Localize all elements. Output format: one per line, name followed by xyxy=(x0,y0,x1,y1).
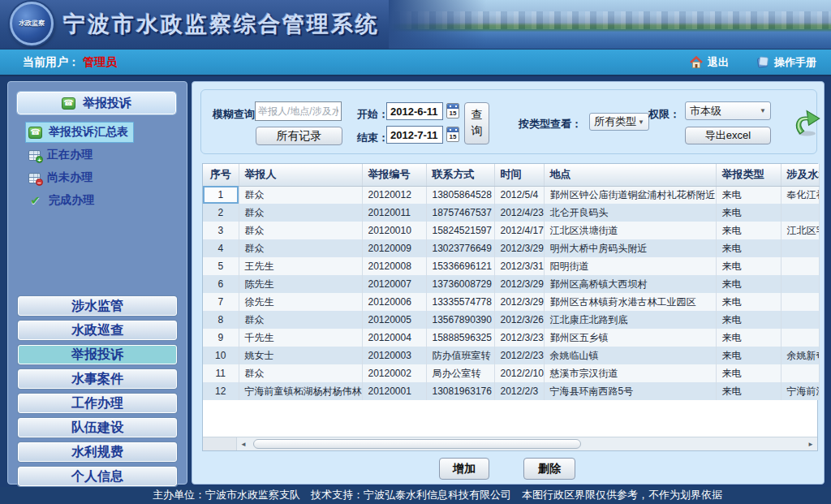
scroll-left-arrow[interactable]: ◄ xyxy=(237,437,250,450)
table-cell: 宁海前童镇柘湖杨村杨伟林 xyxy=(239,382,362,400)
manual-button[interactable]: 操作手册 xyxy=(756,55,816,70)
start-calendar-icon[interactable]: 15 xyxy=(446,103,459,118)
column-header[interactable]: 地点 xyxy=(544,164,716,186)
table-row[interactable]: 1群众20120012138058645282012/5/4鄞州区钟公庙街道铜盆… xyxy=(203,186,819,204)
column-header[interactable]: 举报人 xyxy=(239,164,362,186)
table-cell: 群众 xyxy=(239,239,362,257)
sidebar-section-report-complaint[interactable]: ☎ 举报投诉 xyxy=(17,92,176,114)
table-row[interactable]: 5王先生20120008153366961212012/3/31阳明街道来电 xyxy=(203,257,819,275)
table-row[interactable]: 7徐先生20120006133355747782012/3/29鄞州区古林镇葑水… xyxy=(203,293,819,311)
table-row[interactable]: 6陈先生20120007137360087292012/3/29鄞州区高桥镇大西… xyxy=(203,275,819,293)
table-row[interactable]: 10姚女士20120003防办值班室转2012/2/23余姚临山镇来电余姚新奄 xyxy=(203,347,819,364)
table-cell: 局办公室转 xyxy=(426,364,494,382)
start-date-input[interactable] xyxy=(386,102,443,120)
table-cell: 18757467537 xyxy=(426,204,494,222)
logout-button[interactable]: 退出 xyxy=(690,55,729,70)
column-header[interactable]: 举报类型 xyxy=(716,164,781,186)
sidebar-menu-report-complaint[interactable]: 举报投诉 xyxy=(18,345,177,364)
table-cell: 20120007 xyxy=(362,275,426,293)
calendar-day: 15 xyxy=(447,109,459,118)
manual-book-icon xyxy=(756,56,769,68)
table-cell: 来电 xyxy=(716,275,781,293)
add-button[interactable]: 增加 xyxy=(439,458,489,480)
column-header[interactable]: 联系方式 xyxy=(426,164,494,186)
report-table: 序号举报人举报编号联系方式时间地点举报类型涉及水域 1群众20120012138… xyxy=(202,163,818,451)
city-photo xyxy=(389,0,831,49)
delete-button[interactable]: 删除 xyxy=(523,458,575,480)
table-cell: 鄞州区古林镇葑水港古林工业园区 xyxy=(544,293,716,311)
table-cell: 来电 xyxy=(716,239,781,257)
table-row[interactable]: 2群众20120011187574675372012/4/23北仑开良码头来电 xyxy=(203,204,819,222)
table-cell: 2012/2/10 xyxy=(494,364,544,382)
table-cell: 2012/4/17 xyxy=(494,222,544,239)
sidebar-subitem-summary-table[interactable]: ☎举报投诉汇总表 xyxy=(26,123,133,142)
sidebar-menu-personal-info[interactable]: 个人信息 xyxy=(18,467,177,486)
table-cell: 10 xyxy=(203,347,239,364)
sidebar-subitem-completed[interactable]: ✔完成办理 xyxy=(26,191,99,210)
sidebar-menu-water-patrol[interactable]: 水政巡查 xyxy=(18,321,177,340)
horizontal-scrollbar[interactable]: ◄ ► xyxy=(203,437,817,450)
scroll-right-arrow[interactable]: ► xyxy=(804,437,817,450)
table-row[interactable]: 8群众20120005135678903902012/3/26江北康庄北路到底来… xyxy=(203,311,819,329)
table-cell: 6 xyxy=(203,275,239,293)
page-title: 宁波市水政监察综合管理系统 xyxy=(63,10,380,39)
table-cell: 2012/3/31 xyxy=(494,257,544,275)
scrollbar-thumb[interactable] xyxy=(253,439,581,449)
table-cell: 5 xyxy=(203,257,239,275)
export-excel-button[interactable]: 导出excel xyxy=(685,127,771,144)
scrollbar-track[interactable] xyxy=(250,437,804,450)
table-cell: 北仑开良码头 xyxy=(544,204,716,222)
table-cell: 20120012 xyxy=(362,186,426,204)
table-cell: 群众 xyxy=(239,222,362,239)
table-cell: 13805864528 xyxy=(426,186,494,204)
end-date-input[interactable] xyxy=(386,126,443,144)
table-cell: 群众 xyxy=(239,311,362,329)
table-row[interactable]: 9千先生20120004158885963252012/3/23鄞州区五乡镇来电 xyxy=(203,329,819,347)
sidebar-menu-water-supervision[interactable]: 涉水监管 xyxy=(18,296,177,316)
all-records-button[interactable]: 所有记录 xyxy=(256,127,342,145)
sidebar-subitem-in-progress[interactable]: +正在办理 xyxy=(26,145,97,165)
table-cell: 2012/5/4 xyxy=(494,186,544,204)
table-cell: 2012/4/23 xyxy=(494,204,544,222)
type-select[interactable]: 所有类型 ▼ xyxy=(589,113,649,131)
table-cell: 8 xyxy=(203,311,239,329)
table-row[interactable]: 4群众20120009130237766492012/3/29明州大桥中房码头附… xyxy=(203,239,819,257)
table-cell: 1 xyxy=(203,186,239,204)
sidebar-menu: 涉水监管水政巡查举报投诉水事案件工作办理队伍建设水利规费个人信息 xyxy=(18,296,177,491)
sidebar-subitem-not-processed[interactable]: −尚未办理 xyxy=(26,168,97,187)
refresh-icon[interactable] xyxy=(790,101,821,146)
table-cell: 余姚临山镇 xyxy=(544,347,716,364)
chevron-down-icon: ▼ xyxy=(760,107,766,114)
table-cell: 4 xyxy=(203,239,239,257)
header-banner: 水政监察 宁波市水政监察综合管理系统 xyxy=(0,0,831,49)
sidebar-menu-team-building[interactable]: 队伍建设 xyxy=(18,418,177,437)
table-row[interactable]: 12宁海前童镇柘湖杨村杨伟林20120001130819631762012/2/… xyxy=(203,382,819,400)
table-cell: 阳明街道 xyxy=(544,257,716,275)
manual-label: 操作手册 xyxy=(774,55,816,70)
permission-select[interactable]: 市本级 ▼ xyxy=(685,101,771,120)
sidebar-menu-water-cases[interactable]: 水事案件 xyxy=(18,369,177,389)
filter-panel: 模糊查询： 所有记录 开始： 15 结束： 15 查询 按类型查看： 所有类型 … xyxy=(200,89,817,154)
current-user-label: 当前用户： xyxy=(23,55,80,68)
table-cell: 江北康庄北路到底 xyxy=(544,311,716,329)
column-header[interactable]: 举报编号 xyxy=(362,164,426,186)
table-cell: 江北区洪塘街道 xyxy=(544,222,716,239)
footer-bar: 主办单位：宁波市水政监察支队 技术支持：宁波弘泰水利信息科技有限公司 本图行政区… xyxy=(0,487,831,504)
table-cell: 20120008 xyxy=(362,257,426,275)
fuzzy-query-input[interactable] xyxy=(255,101,342,121)
table-cell: 15888596325 xyxy=(426,329,494,347)
column-header[interactable]: 序号 xyxy=(203,164,239,186)
main-panel: 模糊查询： 所有记录 开始： 15 结束： 15 查询 按类型查看： 所有类型 … xyxy=(192,81,825,485)
current-user: 当前用户：管理员 xyxy=(23,55,117,70)
sidebar-menu-water-fees[interactable]: 水利规费 xyxy=(18,442,177,462)
table-row[interactable]: 11群众20120002局办公室转2012/2/10慈溪市宗汉街道来电 xyxy=(203,364,819,382)
column-header[interactable]: 涉及水域 xyxy=(781,164,819,186)
column-header[interactable]: 时间 xyxy=(494,164,544,186)
end-calendar-icon[interactable]: 15 xyxy=(446,127,459,142)
table-row[interactable]: 3群众20120010158245215972012/4/17江北区洪塘街道来电… xyxy=(203,222,819,239)
table-cell xyxy=(781,364,819,382)
subitem-label: 正在办理 xyxy=(47,148,93,162)
table-cell: 20120010 xyxy=(362,222,426,239)
sidebar-menu-work-handling[interactable]: 工作办理 xyxy=(18,394,177,413)
query-button[interactable]: 查询 xyxy=(464,102,489,144)
